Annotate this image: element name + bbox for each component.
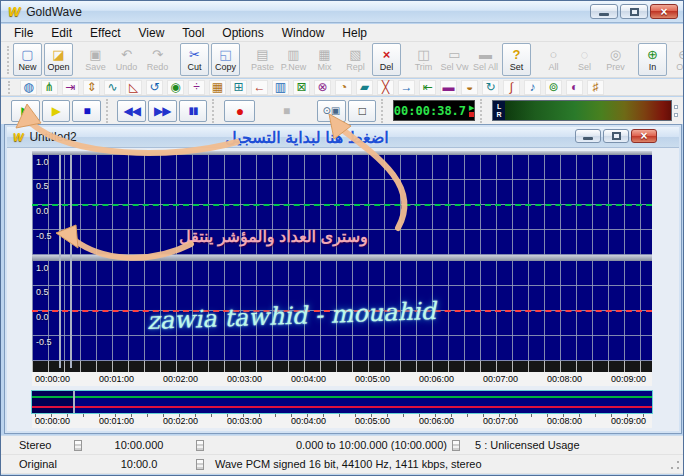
status-splitter-icon[interactable] [196,440,204,451]
overview-strip[interactable] [32,391,652,413]
menu-options[interactable]: Options [213,24,272,42]
time-tick-label: 00:09:00 [611,374,646,384]
menu-tool[interactable]: Tool [173,24,213,42]
effect-icon-11[interactable]: ⊞ [230,80,247,95]
button-label: Del [380,62,394,72]
effect-icon-28[interactable]: ♯ [587,80,604,95]
doc-restore-button[interactable] [603,129,629,143]
effect-icon-1[interactable]: ◍ [20,80,37,95]
resize-grip[interactable] [670,460,680,470]
menu-edit[interactable]: Edit [42,24,81,42]
effect-icon-25[interactable]: ♪ [524,80,541,95]
menu-view[interactable]: View [130,24,174,42]
mix-button[interactable]: ▦Mix [310,43,339,76]
overview-position-cursor[interactable] [73,391,75,413]
effect-icon-24[interactable]: ∫ [503,80,520,95]
effect-icon-10[interactable]: ▦ [209,80,226,95]
rewind-button[interactable]: ◀◀ [117,100,146,122]
effect-icon-19[interactable]: → [398,80,415,95]
toolbar-grip[interactable] [7,46,9,74]
effect-icon-27[interactable]: ◐ [566,80,583,95]
status-bar: Stereo 10:00.000 0.000 to 10:00.000 (10:… [1,435,683,473]
effect-icon-15[interactable]: ⊗ [314,80,331,95]
play-all-button[interactable]: ▶ [42,100,71,122]
menu-window[interactable]: Window [273,24,334,42]
effect-icon-17[interactable]: ▰ [356,80,373,95]
menu-effect[interactable]: Effect [81,24,129,42]
effect-icon-2[interactable]: ⋔ [41,80,58,95]
doc-minimize-button[interactable] [575,129,601,143]
record-mode-button[interactable]: ⊙▣ [317,100,346,122]
main-time-axis: 00:00:00 00:01:00 00:02:00 00:03:00 00:0… [32,372,652,386]
effect-icon-23[interactable]: ↻ [482,80,499,95]
new-button[interactable]: ▢New [13,43,42,76]
close-button[interactable]: × [650,4,678,19]
redo-button[interactable]: ↷Redo [143,43,172,76]
waveform-view[interactable]: 1.0 0.5 0.0 -0.5 1.0 0.5 0.0 -0.5 00:00:… [32,151,652,428]
effect-icon-7[interactable]: ↺ [146,80,163,95]
format-status: Wave PCM signed 16 bit, 44100 Hz, 1411 k… [209,458,482,470]
effect-icon-14[interactable]: ⊠ [293,80,310,95]
effect-icon-4[interactable]: ⇕ [83,80,100,95]
save-button[interactable]: ▣Save [81,43,110,76]
zoom-out-button[interactable]: ⊖Out [669,43,684,76]
amplitude-label: 0.5 [36,181,49,191]
zoom-all-button[interactable]: ○All [539,43,568,76]
zoom-previous-button[interactable]: ◎Prev [601,43,630,76]
time-tick-label: 00:08:00 [547,374,582,384]
pause-button[interactable]: ▮▮ [179,100,208,122]
zoom-in-icon: ⊕ [647,47,658,62]
effect-icon-3[interactable]: ⇥ [62,80,79,95]
select-all-button[interactable]: ▬Sel All [471,43,500,76]
status-splitter-icon[interactable] [74,440,82,451]
effect-icon-5[interactable]: ∿ [104,80,121,95]
playback-start-marker[interactable] [59,155,61,368]
effect-icon-22[interactable]: ◒ [461,80,478,95]
delete-button[interactable]: ×Del [372,43,401,76]
menu-help[interactable]: Help [333,24,376,42]
restore-button[interactable] [620,4,648,19]
stop-secondary-button[interactable]: ■ [272,100,301,122]
cut-button[interactable]: ✂Cut [180,43,209,76]
paste-button[interactable]: ▤Paste [248,43,277,76]
menu-file[interactable]: File [5,24,42,42]
copy-button[interactable]: ◱Copy [211,43,240,76]
toolbar-grip[interactable] [8,81,13,94]
minimize-button[interactable] [590,4,618,19]
playback-position-cursor[interactable] [70,155,72,368]
paste-new-button[interactable]: ▥P.New [279,43,308,76]
replace-button[interactable]: ▧Repl [341,43,370,76]
paste-new-icon: ▥ [287,47,299,62]
monitor-window-button[interactable]: □ [348,100,377,122]
effect-icon-12[interactable]: ← [251,80,268,95]
play-button[interactable]: ▶ [11,100,40,122]
record-button[interactable]: ● [224,100,255,122]
open-button[interactable]: ◪Open [44,43,73,76]
effect-icon-13[interactable]: ▥ [272,80,289,95]
trim-button[interactable]: ◫Trim [409,43,438,76]
zoom-selection-button[interactable]: ◌Sel [570,43,599,76]
select-view-button[interactable]: ▭Sel Vw [440,43,469,76]
overview-left-channel-line [32,396,652,398]
paste-icon: ▤ [256,47,268,62]
stop-button[interactable]: ■ [72,100,101,122]
status-splitter-icon[interactable] [196,459,204,470]
select-all-icon: ▬ [479,47,492,62]
status-splitter-icon[interactable] [452,440,460,451]
effect-icon-20[interactable]: ⇤ [419,80,436,95]
set-button[interactable]: ?Set [502,43,531,76]
effect-icon-16[interactable]: ◔ [335,80,352,95]
goldwave-doc-icon: W [13,132,23,143]
effect-icon-9[interactable]: ÷ [188,80,205,95]
doc-close-button[interactable]: × [631,129,657,143]
time-tick-label: 00:05:00 [355,374,390,384]
undo-button[interactable]: ↶Undo [112,43,141,76]
toolbar-overflow-dots[interactable] [674,105,678,117]
zoom-in-button[interactable]: ⊕In [638,43,667,76]
fast-forward-button[interactable]: ▶▶ [148,100,177,122]
effect-icon-26[interactable]: ⊚ [545,80,562,95]
effect-icon-6[interactable]: ◺ [125,80,142,95]
effect-icon-21[interactable]: ▬ [440,80,457,95]
effect-icon-18[interactable]: ╳ [377,80,394,95]
effect-icon-8[interactable]: ◉ [167,80,184,95]
